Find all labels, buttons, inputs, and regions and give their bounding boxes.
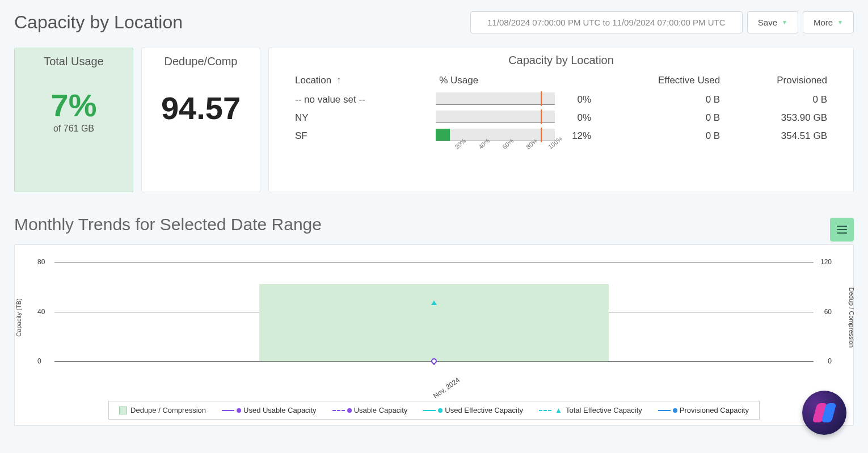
legend-item[interactable]: ▲Total Effective Capacity bbox=[539, 406, 642, 414]
cell-effective: 0 B bbox=[595, 91, 723, 109]
kpi-title: Dedupe/Comp bbox=[165, 55, 238, 68]
col-provisioned[interactable]: Provisioned bbox=[723, 70, 831, 91]
save-button-label: Save bbox=[758, 18, 777, 27]
kpi-value: 94.57 bbox=[161, 90, 241, 126]
ytick-left: 80 bbox=[37, 258, 45, 266]
legend-item[interactable]: Used Effective Capacity bbox=[423, 406, 523, 414]
kpi-value: 7% bbox=[51, 90, 97, 121]
circle-marker-icon bbox=[431, 358, 437, 364]
cell-usage-pct: 0% bbox=[561, 91, 595, 109]
dedupe-area bbox=[259, 284, 609, 362]
cell-location: SF bbox=[292, 127, 436, 145]
y-axis-left-label: Capacity (TB) bbox=[15, 298, 22, 336]
table-row[interactable]: NY0%0 B353.90 GB bbox=[292, 109, 831, 127]
cell-location: -- no value set -- bbox=[292, 91, 436, 109]
table-title: Capacity by Location bbox=[292, 54, 831, 67]
page-title: Capacity by Location bbox=[14, 12, 183, 33]
kpi-dedupe[interactable]: Dedupe/Comp 94.57 bbox=[141, 48, 260, 192]
x-tick-label: Nov, 2024 bbox=[432, 376, 461, 400]
ytick-right: 120 bbox=[820, 258, 832, 266]
cell-usage-bar bbox=[436, 109, 561, 127]
hamburger-icon bbox=[837, 226, 847, 234]
chart-menu-button[interactable] bbox=[830, 218, 854, 242]
capacity-table-card: Capacity by Location Location ↑ % Usage … bbox=[268, 48, 854, 192]
ytick-left: 40 bbox=[37, 308, 45, 316]
triangle-marker-icon bbox=[431, 300, 437, 305]
caret-down-icon: ▼ bbox=[782, 19, 787, 26]
cell-usage-pct: 0% bbox=[561, 109, 595, 127]
caret-down-icon: ▼ bbox=[837, 19, 843, 26]
cell-location: NY bbox=[292, 109, 436, 127]
plot-area[interactable]: 80 40 0 120 60 0 Nov, 2024 bbox=[54, 262, 814, 361]
legend-item[interactable]: Used Usable Capacity bbox=[222, 406, 317, 414]
ytick-right: 60 bbox=[824, 308, 832, 316]
kpi-title: Total Usage bbox=[44, 55, 104, 68]
assistant-fab[interactable] bbox=[802, 391, 846, 435]
more-button[interactable]: More ▼ bbox=[803, 11, 854, 33]
cell-provisioned: 353.90 GB bbox=[723, 109, 831, 127]
col-location[interactable]: Location ↑ bbox=[292, 70, 436, 91]
cell-usage-bar bbox=[436, 91, 561, 109]
col-usage[interactable]: % Usage bbox=[436, 70, 595, 91]
chart-legend: Dedupe / Compression Used Usable Capacit… bbox=[108, 401, 760, 420]
cell-usage-bar bbox=[436, 127, 561, 145]
legend-item[interactable]: Dedupe / Compression bbox=[119, 406, 206, 414]
ytick-right: 0 bbox=[828, 357, 832, 365]
logo-icon bbox=[814, 402, 835, 424]
kpi-total-usage[interactable]: Total Usage 7% of 761 GB bbox=[14, 48, 133, 192]
sort-asc-icon: ↑ bbox=[336, 75, 342, 86]
col-effective[interactable]: Effective Used bbox=[595, 70, 723, 91]
table-row[interactable]: -- no value set --0%0 B0 B bbox=[292, 91, 831, 109]
cell-effective: 0 B bbox=[595, 127, 723, 145]
cell-usage-pct: 12% bbox=[561, 127, 595, 145]
ytick-left: 0 bbox=[37, 357, 41, 365]
legend-item[interactable]: Usable Capacity bbox=[332, 406, 408, 414]
trend-title: Monthly Trends for Selected Date Range bbox=[14, 215, 322, 234]
table-row[interactable]: SF12%0 B354.51 GB bbox=[292, 127, 831, 145]
cell-provisioned: 0 B bbox=[723, 91, 831, 109]
save-button[interactable]: Save ▼ bbox=[747, 11, 798, 33]
date-range-picker[interactable]: 11/08/2024 07:00:00 PM UTC to 11/09/2024… bbox=[470, 11, 743, 33]
trend-chart: Capacity (TB) Dedup / Compression 80 40 … bbox=[14, 244, 854, 426]
capacity-table: Location ↑ % Usage Effective Used Provis… bbox=[292, 70, 831, 161]
kpi-sub: of 761 GB bbox=[53, 124, 94, 134]
legend-item[interactable]: Provisioned Capacity bbox=[658, 406, 749, 414]
cell-provisioned: 354.51 GB bbox=[723, 127, 831, 145]
more-button-label: More bbox=[814, 18, 833, 27]
y-axis-right-label: Dedup / Compression bbox=[848, 287, 855, 347]
cell-effective: 0 B bbox=[595, 109, 723, 127]
